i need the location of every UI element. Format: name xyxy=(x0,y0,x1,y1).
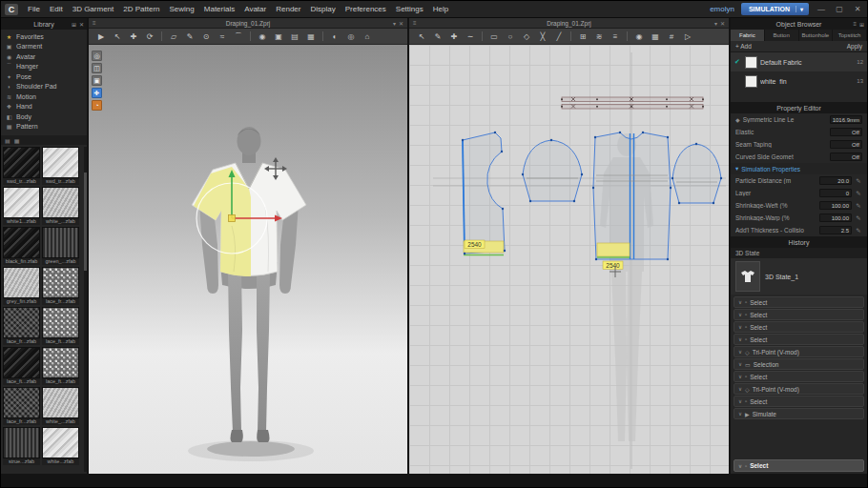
property-input[interactable]: 100.00 xyxy=(819,214,852,222)
chevron-down-icon[interactable]: ▾ xyxy=(714,20,717,27)
apply-fabric-button[interactable]: Apply xyxy=(847,43,862,50)
capture-icon[interactable]: ◫ xyxy=(92,63,102,73)
library-item-pose[interactable]: ✦Pose xyxy=(1,71,87,82)
fabric-thumbnail[interactable]: white...zfab xyxy=(42,427,79,465)
library-item-pattern[interactable]: ▦Pattern xyxy=(1,122,87,132)
dock-icon[interactable]: ⊞ xyxy=(859,21,864,28)
history-3d-state-item[interactable]: 3D State_1 xyxy=(731,258,867,295)
camera-icon[interactable]: ◎ xyxy=(343,30,359,44)
library-item-garment[interactable]: ▣Garment xyxy=(1,42,87,52)
dock-icon[interactable]: ⊞ xyxy=(72,21,76,28)
fabric-thumbnail[interactable]: lace_fr...zfab xyxy=(3,387,40,425)
grid-toggle-icon[interactable]: ▦ xyxy=(648,30,663,44)
tab-menu-icon[interactable]: ≡ xyxy=(93,20,96,26)
grid-view-icon[interactable]: ▦ xyxy=(14,137,20,144)
history-row[interactable]: ∨▶Simulate xyxy=(734,408,864,419)
property-toggle[interactable]: Off xyxy=(830,152,862,161)
style-icon[interactable]: ✚ xyxy=(92,88,102,98)
tab-buttonhole[interactable]: Buttonhole xyxy=(799,30,834,41)
menu-materials[interactable]: Materials xyxy=(199,5,239,13)
dart-tool-icon[interactable]: ◇ xyxy=(519,30,534,44)
property-toggle[interactable]: Off xyxy=(830,140,862,149)
property-toggle[interactable]: Off xyxy=(830,128,862,136)
pattern-piece-sleeve-right[interactable] xyxy=(672,144,721,203)
close-icon[interactable]: ✕ xyxy=(79,21,84,28)
history-row[interactable]: ∨▫Select xyxy=(734,321,864,333)
show-garment-icon[interactable]: ▣ xyxy=(271,30,286,44)
circle-tool-icon[interactable]: ○ xyxy=(503,30,518,44)
chevron-down-icon[interactable]: ▾ xyxy=(796,6,807,12)
library-item-motion[interactable]: ≋Motion xyxy=(1,92,87,102)
tab-fabric[interactable]: Fabric xyxy=(731,30,765,41)
fabric-thumbnail[interactable]: lace_fr...zfab xyxy=(42,267,79,305)
fabric-thumbnail[interactable]: lace_ft...zfab xyxy=(42,307,79,345)
chevron-down-icon[interactable]: ▾ xyxy=(393,20,396,27)
seam-tool-icon[interactable]: ≋ xyxy=(591,30,607,44)
property-input[interactable]: 2.5 xyxy=(819,226,852,234)
menu-render[interactable]: Render xyxy=(271,5,305,13)
select-move-icon[interactable]: ↖ xyxy=(110,30,125,44)
notch-tool-icon[interactable]: ╳ xyxy=(535,30,550,44)
internal-line-icon[interactable]: ╱ xyxy=(551,30,567,44)
trace-tool-icon[interactable]: ⊞ xyxy=(575,30,590,44)
library-scrollbar[interactable] xyxy=(84,147,87,472)
library-item-favorites[interactable]: ★Favorites xyxy=(1,31,87,42)
fabric-thumbnail[interactable]: lace_ft...zfab xyxy=(3,347,40,385)
pattern-piece-sleeve-left[interactable] xyxy=(523,140,582,201)
simulation-properties-section[interactable]: ▾ Simulation Properties xyxy=(731,163,867,174)
history-row[interactable]: ∨◇Tri-Point (V-mod) xyxy=(734,383,864,395)
library-item-hanger[interactable]: ⌒Hanger xyxy=(1,62,87,72)
history-row[interactable]: ∨▫Select xyxy=(734,296,864,308)
edit-pencil-icon[interactable]: ✎ xyxy=(855,177,862,185)
fabric-thumbnail[interactable]: lace_ft...zfab xyxy=(42,347,79,385)
edit-pattern-icon[interactable]: ✎ xyxy=(430,30,445,44)
rectangle-tool-icon[interactable]: ▭ xyxy=(486,30,502,44)
hem-band-highlight[interactable] xyxy=(597,243,630,256)
show-avatar-icon[interactable]: ◉ xyxy=(255,30,270,44)
menu-settings[interactable]: Settings xyxy=(391,5,428,13)
pen-tool-icon[interactable]: ✎ xyxy=(182,30,197,44)
user-name[interactable]: emolyn xyxy=(710,5,734,13)
menu-preferences[interactable]: Preferences xyxy=(341,5,391,13)
fabric-thumbnail[interactable]: swd_tr...zfab xyxy=(42,147,79,185)
grading-icon[interactable]: ≡ xyxy=(608,30,623,44)
history-row[interactable]: ∨▭Selection xyxy=(734,358,864,370)
edit-curvature-icon[interactable]: ∼ xyxy=(463,30,478,44)
fabric-thumbnail[interactable]: green_...zfab xyxy=(42,227,79,265)
minimize-button[interactable]: — xyxy=(816,5,827,13)
menu-icon[interactable]: ≡ xyxy=(853,21,857,27)
tab-button[interactable]: Button xyxy=(765,30,799,41)
edit-pencil-icon[interactable]: ✎ xyxy=(855,214,862,222)
simulate-icon[interactable]: ▶ xyxy=(93,30,109,44)
library-item-body[interactable]: ◧Body xyxy=(1,112,87,122)
snap-toggle-icon[interactable]: # xyxy=(664,30,679,44)
measure-tool-icon[interactable]: ⌒ xyxy=(231,30,246,44)
fabric-thumbnail[interactable]: strue...zfab xyxy=(3,427,40,465)
simulation-button[interactable]: SIMULATION ▾ xyxy=(741,3,809,15)
property-value[interactable]: 1016.9mm xyxy=(830,115,862,124)
tab-menu-icon[interactable]: ≡ xyxy=(413,20,417,26)
history-current-row[interactable]: ∨▫Select xyxy=(734,459,864,472)
menu-avatar[interactable]: Avatar xyxy=(239,5,271,13)
app-logo[interactable]: C xyxy=(5,4,18,15)
simulate-2d-icon[interactable]: ▷ xyxy=(680,30,695,44)
menu-sewing[interactable]: Sewing xyxy=(165,5,199,13)
maximize-button[interactable]: ▢ xyxy=(834,5,845,13)
neckband-pattern[interactable] xyxy=(561,97,704,109)
history-row[interactable]: ∨◇Tri-Point (V-mod) xyxy=(734,346,864,357)
viewport-2d-tab[interactable]: ≡ Draping_01.Zprj ▾ ✕ xyxy=(409,18,729,29)
mesh-surface-icon[interactable]: ▦ xyxy=(303,30,319,44)
fabric-row-default[interactable]: ✔ Default Fabric 12 xyxy=(731,52,867,71)
pose-tool-icon[interactable]: ◔ xyxy=(92,100,102,111)
transform-pattern-icon[interactable]: ↖ xyxy=(414,30,429,44)
add-fabric-button[interactable]: + Add xyxy=(735,43,752,50)
menu-edit[interactable]: Edit xyxy=(45,5,68,13)
fabric-thumbnail[interactable]: grey_fin.zfab xyxy=(3,267,40,305)
property-input[interactable]: 0 xyxy=(819,189,852,197)
history-row[interactable]: ∨▫Select xyxy=(734,309,864,320)
pattern-piece-front-left[interactable] xyxy=(463,132,505,255)
edit-pencil-icon[interactable]: ✎ xyxy=(855,227,862,234)
list-view-icon[interactable]: ▤ xyxy=(5,137,10,144)
tab-topstitch[interactable]: Topstitch xyxy=(833,30,867,41)
history-row[interactable]: ∨▫Select xyxy=(734,396,864,407)
